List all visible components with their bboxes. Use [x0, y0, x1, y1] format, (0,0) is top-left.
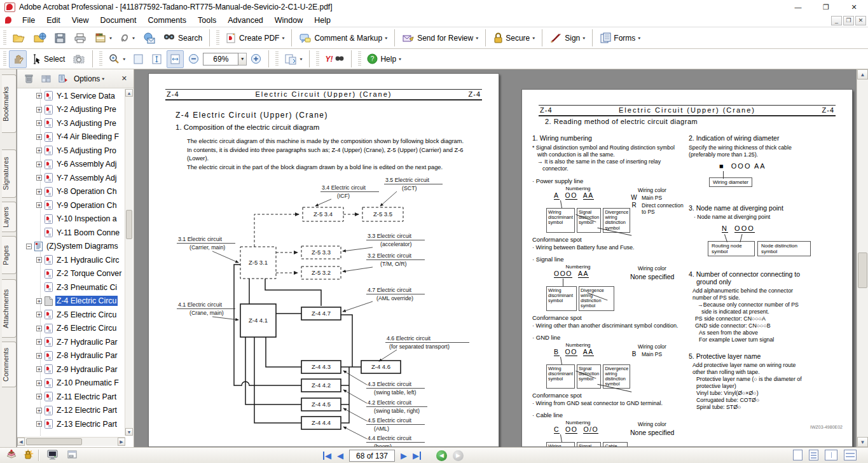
bookmark-label[interactable]: Y-8 Operation Ch — [55, 186, 118, 197]
scroll-left-icon[interactable]: ◀ — [17, 438, 25, 446]
bookmark-label[interactable]: Y-5 Adjusting Pro — [55, 146, 118, 156]
bookmark-item[interactable]: +Z-13 Electric Part — [17, 417, 125, 431]
scrollbar-thumb[interactable] — [26, 438, 82, 445]
bookmark-item[interactable]: +Z-10 Pneumatic F — [17, 377, 125, 390]
organizer-dropdown-caret[interactable]: ▾ — [109, 36, 112, 40]
scrollbar-thumb[interactable] — [126, 210, 132, 239]
menu-tools[interactable]: Tools — [192, 16, 222, 25]
bookmark-item[interactable]: +Y-7 Assembly Adj — [17, 171, 125, 185]
bookmark-label[interactable]: Z-12 Electric Part — [55, 405, 118, 415]
close-panel-icon[interactable]: ✕ — [121, 74, 127, 83]
send-review-caret[interactable]: ▾ — [476, 36, 478, 40]
secure-caret[interactable]: ▾ — [532, 36, 535, 40]
expand-plus-icon[interactable]: + — [36, 257, 42, 263]
save-button[interactable] — [51, 29, 69, 47]
bookmark-item[interactable]: +Z-9 Hydraulic Par — [17, 363, 125, 377]
bookmark-label[interactable]: Y-10 Inspection a — [55, 214, 118, 224]
next-page-icon[interactable]: ▶ — [401, 452, 407, 460]
hand-tool-button[interactable] — [9, 50, 27, 68]
expand-plus-icon[interactable]: + — [36, 366, 42, 372]
expand-plus-icon[interactable]: + — [36, 298, 42, 304]
send-review-button[interactable]: Send for Review▾ — [399, 29, 481, 47]
search-button[interactable]: Search — [160, 29, 205, 47]
scroll-up-icon[interactable]: ▲ — [857, 69, 868, 79]
bookmark-label[interactable]: Y-4 Air Bleeding F — [55, 132, 120, 142]
bookmark-item[interactable]: +Y-2 Adjusting Pre — [17, 103, 125, 117]
help-caret[interactable]: ▾ — [399, 57, 401, 61]
tab-signatures[interactable]: Signatures — [2, 149, 17, 198]
zoom-out-button[interactable] — [185, 50, 202, 68]
expand-plus-icon[interactable]: + — [36, 175, 42, 181]
next-view-icon[interactable]: ▶ — [453, 450, 464, 461]
restore-window-icon[interactable] — [67, 449, 78, 462]
close-button[interactable]: ✕ — [840, 0, 868, 14]
bookmark-item[interactable]: +Z-11 Electric Part — [17, 390, 125, 404]
toolbar-grip[interactable] — [216, 31, 219, 46]
expand-plus-icon[interactable]: + — [36, 93, 42, 99]
bookmark-label[interactable]: Z-1 Hydraulic Circ — [55, 255, 120, 265]
bookmark-label[interactable]: Z-9 Hydraulic Par — [55, 364, 119, 375]
expand-plus-icon[interactable]: + — [36, 162, 42, 167]
menu-document[interactable]: Document — [95, 16, 142, 25]
bookmark-label[interactable]: Y-6 Assembly Adj — [55, 159, 118, 169]
zoom-in-button[interactable] — [247, 50, 265, 68]
bookmark-item[interactable]: +Y-1 Service Data — [17, 89, 125, 103]
continuous-page-icon[interactable] — [809, 450, 818, 460]
bookmark-item[interactable]: +Z-1 Hydraulic Circ — [17, 253, 125, 267]
tab-layers[interactable]: Layers — [2, 202, 17, 232]
last-page-icon[interactable]: ▶ — [413, 452, 421, 460]
mdi-restore-button[interactable]: ❐ — [843, 16, 854, 25]
screen-mode-icon[interactable] — [46, 449, 59, 462]
expand-plus-icon[interactable]: + — [36, 421, 42, 427]
bookmark-label[interactable]: Y-2 Adjusting Pre — [55, 104, 118, 114]
facing-pages-icon[interactable] — [825, 450, 837, 460]
bookmark-label[interactable]: Y-11 Boom Conne — [55, 228, 121, 238]
mdi-close-button[interactable]: ✕ — [855, 16, 866, 25]
menu-edit[interactable]: Edit — [41, 16, 66, 25]
scrollbar-thumb[interactable] — [858, 252, 867, 288]
print-button[interactable] — [71, 29, 90, 47]
zoom-level-input[interactable] — [203, 53, 238, 66]
expand-plus-icon[interactable]: + — [36, 134, 42, 140]
first-page-icon[interactable]: ◀ — [323, 452, 331, 460]
zoom-level-caret[interactable]: ▾ — [238, 53, 247, 66]
bookmarks-vertical-scrollbar[interactable]: ▲ ▼ — [125, 89, 133, 436]
expand-plus-icon[interactable]: + — [36, 326, 42, 331]
bookmark-item[interactable]: Z-3 Pneumatic Ci — [17, 280, 125, 294]
document-vertical-scrollbar[interactable]: ▲ ▼ — [857, 69, 868, 447]
comment-markup-button[interactable]: Comment & Markup▾ — [296, 29, 390, 47]
menu-comments[interactable]: Comments — [142, 16, 192, 25]
yahoo-toolbar-button[interactable]: Y! — [322, 50, 347, 68]
expand-plus-icon[interactable]: + — [36, 312, 42, 317]
scroll-down-icon[interactable]: ▼ — [857, 437, 868, 447]
zoom-tool-caret[interactable]: ▾ — [123, 57, 125, 61]
security-settings-icon[interactable] — [22, 448, 34, 462]
bookmark-label[interactable]: Z-11 Electric Part — [55, 392, 118, 402]
expand-plus-icon[interactable]: + — [36, 339, 42, 345]
fit-width-button[interactable] — [167, 50, 184, 68]
menu-view[interactable]: View — [66, 16, 95, 25]
bookmark-item[interactable]: +Z-8 Hydraulic Par — [17, 349, 125, 363]
single-page-icon[interactable] — [793, 450, 803, 460]
bookmark-item[interactable]: +Z-4 Electric Circu — [17, 294, 125, 308]
scroll-right-icon[interactable]: ▶ — [118, 438, 125, 446]
bookmark-label[interactable]: (Z)System Diagrams — [45, 241, 120, 251]
forms-button[interactable]: Forms▾ — [596, 29, 644, 47]
sign-button[interactable]: Sign▾ — [546, 29, 588, 47]
toolbar-grip[interactable] — [275, 52, 279, 67]
organizer-button[interactable]: ▾ — [91, 29, 115, 47]
scroll-down-icon[interactable]: ▼ — [125, 428, 133, 436]
previous-page-icon[interactable]: ◀ — [337, 452, 343, 460]
toolbar-grip[interactable] — [316, 52, 319, 67]
bookmark-label[interactable]: Z-4 Electric Circu — [55, 296, 118, 306]
secure-button[interactable]: Secure▾ — [490, 29, 538, 47]
bookmark-label[interactable]: Z-7 Hydraulic Par — [55, 337, 119, 347]
expand-plus-icon[interactable]: + — [36, 107, 42, 113]
expand-plus-icon[interactable]: + — [36, 394, 42, 399]
fit-page-button[interactable] — [148, 50, 165, 68]
tab-bookmarks[interactable]: Bookmarks — [2, 74, 17, 133]
expand-plus-icon[interactable]: + — [36, 189, 42, 195]
bookmark-label[interactable]: Y-9 Operation Ch — [55, 200, 118, 211]
expand-plus-icon[interactable]: + — [36, 120, 42, 126]
bookmark-label[interactable]: Z-6 Electric Circu — [55, 323, 118, 333]
